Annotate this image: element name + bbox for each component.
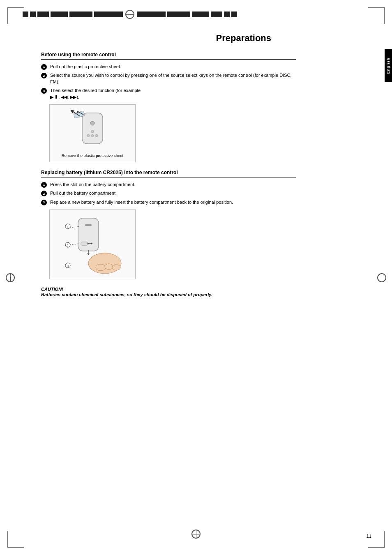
step-text: Replace a new battery and fully insert t… xyxy=(50,199,296,205)
section-battery: Replacing battery (lithium CR2025) into … xyxy=(41,170,296,279)
svg-rect-0 xyxy=(82,113,103,144)
section1-steps: 1 Pull out the plastic protective sheet.… xyxy=(41,64,296,100)
list-item: 2 Select the source you wish to control … xyxy=(41,72,296,85)
svg-rect-11 xyxy=(78,218,99,251)
main-content: Preparations Before using the remote con… xyxy=(41,31,296,298)
step-text: Press the slot on the battery compartmen… xyxy=(50,182,296,188)
deco-seg xyxy=(23,12,28,17)
list-item: 3 Then select the desired function (for … xyxy=(41,88,296,100)
svg-point-4 xyxy=(91,130,94,133)
caution-title: CAUTION! xyxy=(41,287,296,292)
deco-seg xyxy=(211,12,222,17)
step-number: 1 xyxy=(41,64,47,70)
list-item: 2 Pull out the battery compartment. xyxy=(41,190,296,196)
svg-point-25 xyxy=(96,264,106,271)
deco-group-left xyxy=(23,10,237,19)
deco-seg xyxy=(69,12,92,17)
step-number: 2 xyxy=(41,73,47,78)
step-number: 2 xyxy=(41,191,47,196)
step-number: 3 xyxy=(41,88,47,94)
svg-text:1: 1 xyxy=(67,226,69,228)
section2-title: Replacing battery (lithium CR2025) into … xyxy=(41,170,296,177)
language-tab: English xyxy=(385,49,392,82)
page-title: Preparations xyxy=(41,31,271,44)
svg-point-3 xyxy=(90,121,95,125)
remote-image-box: Remove the plastic protective sheet xyxy=(49,104,136,162)
svg-point-26 xyxy=(105,264,113,269)
deco-seg xyxy=(137,12,166,17)
deco-seg xyxy=(37,12,49,17)
caution-block: CAUTION! Batteries contain chemical subs… xyxy=(41,287,296,298)
battery-svg: 1 2 3 xyxy=(55,214,129,280)
image1-caption: Remove the plastic protective sheet xyxy=(54,153,131,158)
crosshair-left xyxy=(6,273,15,282)
deco-seg xyxy=(94,12,123,17)
svg-rect-19 xyxy=(81,242,88,245)
section2-steps: 1 Press the slot on the battery compartm… xyxy=(41,182,296,205)
remote-svg xyxy=(60,109,125,150)
deco-seg xyxy=(231,12,237,17)
crosshair-bottom xyxy=(191,530,201,539)
crosshair-right xyxy=(377,273,386,282)
step3-symbols: ▶ II , ◀◀, ▶▶). xyxy=(50,94,79,99)
section1-title: Before using the remote control xyxy=(41,52,296,60)
svg-point-27 xyxy=(112,265,120,270)
svg-point-7 xyxy=(95,134,98,137)
step-number: 3 xyxy=(41,200,47,205)
list-item: 1 Pull out the plastic protective sheet. xyxy=(41,64,296,70)
svg-point-5 xyxy=(91,134,94,137)
deco-seg xyxy=(30,12,36,17)
step-text: Pull out the plastic protective sheet. xyxy=(50,64,296,70)
deco-seg xyxy=(167,12,190,17)
list-item: 1 Press the slot on the battery compartm… xyxy=(41,182,296,188)
step-text: Pull out the battery compartment. xyxy=(50,190,296,196)
step-number: 1 xyxy=(41,182,47,188)
battery-image-box: 1 2 3 xyxy=(49,210,136,279)
svg-rect-15 xyxy=(85,224,92,226)
page-number: 11 xyxy=(367,534,371,539)
svg-text:3: 3 xyxy=(67,265,69,267)
svg-marker-29 xyxy=(87,253,90,255)
deco-seg xyxy=(51,12,68,17)
deco-seg xyxy=(192,12,209,17)
caution-text: Batteries contain chemical substances, s… xyxy=(41,292,296,298)
svg-text:2: 2 xyxy=(67,244,69,247)
step3-main-text: Then select the desired function (for ex… xyxy=(50,88,141,93)
svg-point-6 xyxy=(87,134,90,137)
deco-seg xyxy=(224,12,230,17)
step-text: Then select the desired function (for ex… xyxy=(50,88,296,100)
crosshair-center xyxy=(125,10,134,19)
corner-bl xyxy=(7,531,24,548)
section-before-remote: Before using the remote control 1 Pull o… xyxy=(41,52,296,162)
top-deco-bar xyxy=(0,8,392,21)
step-text: Select the source you wish to control by… xyxy=(50,72,296,85)
list-item: 3 Replace a new battery and fully insert… xyxy=(41,199,296,205)
